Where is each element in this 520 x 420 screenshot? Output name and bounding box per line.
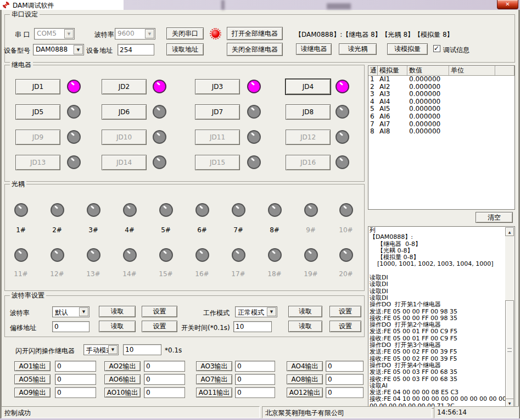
device-model-select[interactable]: DAM0888 ▼ bbox=[33, 44, 84, 55]
relay-led-jd2 bbox=[153, 80, 166, 93]
chevron-down-icon: ▼ bbox=[79, 307, 88, 316]
titlebar-background bbox=[124, 0, 520, 10]
chevron-down-icon: ▼ bbox=[108, 345, 118, 354]
baud-setting-select[interactable]: 默认 ▼ bbox=[52, 306, 90, 317]
log-text: 列 【DAM0888】: 【继电器 0-8】 【光耦 0-8】 【模拟量 0-8… bbox=[368, 227, 506, 407]
close-all-relays-button[interactable]: 关闭全部继电器 bbox=[227, 43, 283, 56]
ao3-output-button[interactable]: AO3输出 bbox=[196, 361, 232, 371]
ao9-output-button[interactable]: AO9输出 bbox=[14, 388, 51, 397]
ao7-output-button[interactable]: AO7输出 bbox=[196, 374, 232, 384]
ao1-value-input[interactable] bbox=[55, 361, 96, 372]
log-output[interactable]: 列 【DAM0888】: 【继电器 0-8】 【光耦 0-8】 【模拟量 0-8… bbox=[368, 226, 515, 408]
chevron-down-icon: ▼ bbox=[267, 307, 276, 316]
debug-info-checkbox[interactable] bbox=[433, 45, 440, 52]
table-row[interactable]: 8AI80.000000 bbox=[368, 128, 515, 136]
table-row[interactable]: 5AI50.000000 bbox=[368, 105, 515, 113]
work-mode-set-button[interactable]: 设置 bbox=[329, 306, 361, 317]
relay-button-jd3[interactable]: JD3 bbox=[195, 79, 240, 94]
log-scrollbar[interactable]: ▲ ▼ bbox=[505, 227, 514, 407]
clear-log-button[interactable]: 清空 bbox=[476, 212, 513, 223]
ao10-value-input[interactable] bbox=[144, 387, 185, 398]
ao1-output-button[interactable]: AO1输出 bbox=[14, 361, 51, 371]
scrollbar-thumb[interactable] bbox=[505, 300, 514, 400]
table-row[interactable]: 1AI10.000000 bbox=[368, 76, 515, 83]
relay-button-jd6[interactable]: JD6 bbox=[102, 104, 147, 120]
desktop-artifact bbox=[327, 3, 351, 9]
offset-addr-input[interactable] bbox=[52, 321, 90, 332]
ao5-value-input[interactable] bbox=[55, 374, 96, 385]
ao4-output-button[interactable]: AO4输出 bbox=[287, 361, 323, 371]
relay-button-jd14: JD14 bbox=[102, 155, 147, 170]
ao2-output-button[interactable]: AO2输出 bbox=[104, 361, 141, 371]
relay-led-jd11 bbox=[247, 130, 261, 144]
status-time: 14:56:14 bbox=[434, 406, 519, 418]
close-port-button[interactable]: 关闭串口 bbox=[166, 27, 204, 40]
open-all-relays-button[interactable]: 打开全部继电器 bbox=[227, 27, 283, 40]
ao12-value-input[interactable] bbox=[326, 387, 364, 398]
read-analog-button[interactable]: 读模拟量 bbox=[387, 43, 428, 55]
relay-button-jd15: JD15 bbox=[195, 155, 240, 170]
ao6-value-input[interactable] bbox=[144, 374, 185, 385]
relay-led-jd13 bbox=[67, 155, 81, 169]
relay-button-jd4[interactable]: JD4 bbox=[286, 79, 331, 94]
ao12-output-button[interactable]: AO12输出 bbox=[287, 388, 323, 397]
switch-time-set-button[interactable]: 设置 bbox=[329, 321, 361, 332]
ao2-value-input[interactable] bbox=[144, 361, 185, 372]
baud-select[interactable]: 9600 ▼ bbox=[115, 28, 155, 40]
relay-button-jd5[interactable]: JD5 bbox=[15, 104, 60, 120]
ao8-output-button[interactable]: AO8输出 bbox=[287, 374, 323, 384]
opto-led-10 bbox=[339, 203, 353, 217]
port-select[interactable]: COM5 ▼ bbox=[34, 28, 75, 40]
relay-button-jd8[interactable]: JD8 bbox=[286, 104, 331, 120]
offset-set-button[interactable]: 设置 bbox=[142, 321, 177, 332]
read-opto-button[interactable]: 读光耦 bbox=[339, 43, 377, 55]
ao3-value-input[interactable] bbox=[235, 361, 275, 372]
ao11-output-button[interactable]: AO11输出 bbox=[196, 388, 232, 397]
ao10-output-button[interactable]: AO10输出 bbox=[104, 388, 141, 397]
opto-led-5 bbox=[159, 203, 173, 217]
close-button[interactable]: ✕ bbox=[497, 0, 518, 9]
ao6-output-button[interactable]: AO6输出 bbox=[104, 374, 141, 384]
relay-button-jd13: JD13 bbox=[15, 155, 60, 170]
scroll-up-icon[interactable]: ▲ bbox=[505, 227, 514, 236]
flash-mode-select[interactable]: 手动模式 ▼ bbox=[83, 344, 119, 355]
device-addr-input[interactable] bbox=[118, 44, 154, 55]
opto-led-8 bbox=[268, 203, 282, 217]
relay-led-jd3 bbox=[247, 80, 261, 93]
table-row[interactable]: 6AI60.000000 bbox=[368, 113, 515, 121]
read-relay-button[interactable]: 读继电器 bbox=[296, 43, 332, 55]
ao7-value-input[interactable] bbox=[235, 374, 275, 385]
ao9-value-input[interactable] bbox=[55, 387, 96, 398]
ao11-value-input[interactable] bbox=[235, 387, 275, 398]
relay-button-jd7[interactable]: JD7 bbox=[195, 104, 240, 120]
opto-led-19 bbox=[304, 248, 318, 262]
opto-led-18 bbox=[268, 248, 282, 262]
switch-time-read-button[interactable]: 读取 bbox=[288, 321, 322, 332]
ao8-value-input[interactable] bbox=[326, 374, 364, 385]
ao4-value-input[interactable] bbox=[326, 361, 364, 372]
opto-led-6 bbox=[195, 203, 209, 217]
table-row[interactable]: 4AI40.000000 bbox=[368, 98, 515, 106]
table-row[interactable]: 7AI70.000000 bbox=[368, 121, 515, 128]
opto-label-9: 9# bbox=[300, 226, 322, 234]
device-addr-label: 设备地址 bbox=[86, 46, 113, 55]
opto-led-16 bbox=[195, 248, 209, 262]
offset-read-button[interactable]: 读取 bbox=[99, 321, 136, 332]
work-mode-select[interactable]: 正常模式 ▼ bbox=[235, 306, 277, 317]
baud-set-button[interactable]: 设置 bbox=[142, 306, 177, 317]
table-row[interactable]: 2AI20.000000 bbox=[368, 83, 515, 91]
work-mode-read-button[interactable]: 读取 bbox=[288, 306, 322, 317]
switch-time-label: 开关时间(*0.1s) bbox=[181, 323, 230, 333]
ao5-output-button[interactable]: AO5输出 bbox=[14, 374, 51, 384]
switch-time-input[interactable] bbox=[233, 321, 272, 332]
device-info-text: 【DAM0888】:【继电器 8】【光耦 8】【模拟量 8】 bbox=[295, 30, 454, 40]
read-addr-button[interactable]: 读取地址 bbox=[166, 43, 204, 55]
flash-time-input[interactable] bbox=[123, 344, 161, 355]
relay-button-jd1[interactable]: JD1 bbox=[15, 79, 60, 94]
table-row[interactable]: 3AI30.000000 bbox=[368, 91, 515, 98]
relay-button-jd9: JD9 bbox=[15, 130, 60, 145]
baud-read-button[interactable]: 读取 bbox=[99, 306, 136, 317]
relay-button-jd2[interactable]: JD2 bbox=[102, 79, 147, 94]
status-company: 北京聚英翱翔电子有限公司 bbox=[262, 406, 432, 418]
opto-label-14: 14# bbox=[119, 270, 141, 278]
